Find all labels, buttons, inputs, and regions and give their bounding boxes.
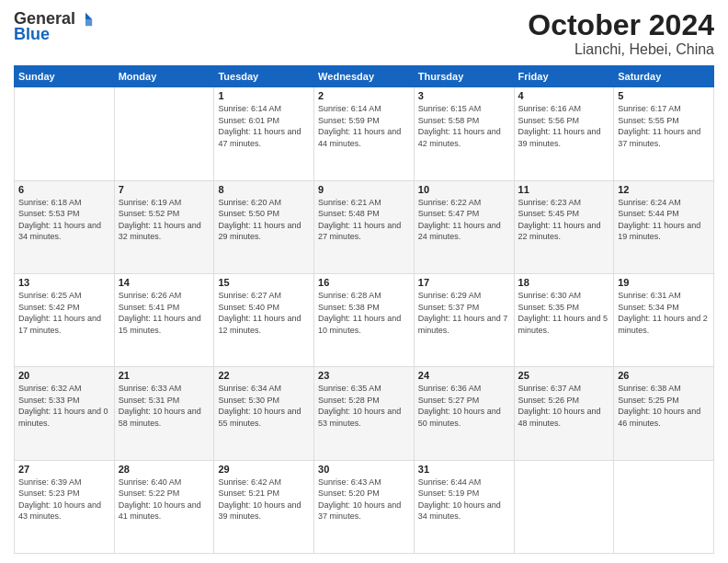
table-row: 14Sunrise: 6:26 AMSunset: 5:41 PMDayligh… [114,273,214,366]
day-number: 7 [119,184,210,195]
day-info: Sunrise: 6:33 AMSunset: 5:31 PMDaylight:… [119,383,210,429]
table-row: 26Sunrise: 6:38 AMSunset: 5:25 PMDayligh… [614,367,714,460]
day-info: Sunrise: 6:39 AMSunset: 5:23 PMDaylight:… [18,477,110,523]
day-info: Sunrise: 6:31 AMSunset: 5:34 PMDaylight:… [618,290,710,336]
day-info: Sunrise: 6:32 AMSunset: 5:33 PMDaylight:… [18,383,110,429]
day-info: Sunrise: 6:22 AMSunset: 5:47 PMDaylight:… [418,197,510,243]
day-number: 16 [318,277,410,288]
header-cell: Sunday [15,66,115,87]
day-info: Sunrise: 6:17 AMSunset: 5:55 PMDaylight:… [618,103,710,149]
calendar-week: 27Sunrise: 6:39 AMSunset: 5:23 PMDayligh… [15,460,714,553]
day-number: 23 [318,370,410,381]
table-row: 13Sunrise: 6:25 AMSunset: 5:42 PMDayligh… [15,273,115,366]
day-number: 3 [418,90,510,101]
calendar-week: 20Sunrise: 6:32 AMSunset: 5:33 PMDayligh… [15,367,714,460]
day-number: 27 [18,464,110,475]
table-row: 23Sunrise: 6:35 AMSunset: 5:28 PMDayligh… [314,367,415,460]
day-info: Sunrise: 6:30 AMSunset: 5:35 PMDaylight:… [518,290,610,336]
day-number: 30 [318,464,410,475]
day-number: 10 [418,184,510,195]
table-row: 12Sunrise: 6:24 AMSunset: 5:44 PMDayligh… [614,180,714,273]
day-info: Sunrise: 6:15 AMSunset: 5:58 PMDaylight:… [418,103,510,149]
header-cell: Wednesday [314,66,415,87]
day-number: 2 [318,90,410,101]
day-info: Sunrise: 6:29 AMSunset: 5:37 PMDaylight:… [418,290,510,336]
day-info: Sunrise: 6:40 AMSunset: 5:22 PMDaylight:… [119,477,210,523]
table-row: 5Sunrise: 6:17 AMSunset: 5:55 PMDaylight… [614,87,714,180]
day-number: 31 [418,464,510,475]
table-row: 1Sunrise: 6:14 AMSunset: 6:01 PMDaylight… [214,87,314,180]
table-row [614,460,714,553]
day-info: Sunrise: 6:18 AMSunset: 5:53 PMDaylight:… [18,197,110,243]
header-cell: Friday [514,66,614,87]
table-row: 9Sunrise: 6:21 AMSunset: 5:48 PMDaylight… [314,180,415,273]
table-row: 25Sunrise: 6:37 AMSunset: 5:26 PMDayligh… [514,367,614,460]
day-info: Sunrise: 6:27 AMSunset: 5:40 PMDaylight:… [218,290,310,336]
day-number: 5 [618,90,710,101]
day-info: Sunrise: 6:26 AMSunset: 5:41 PMDaylight:… [119,290,210,336]
day-number: 8 [218,184,310,195]
table-row: 20Sunrise: 6:32 AMSunset: 5:33 PMDayligh… [15,367,115,460]
day-number: 25 [518,370,610,381]
table-row [114,87,214,180]
day-info: Sunrise: 6:14 AMSunset: 5:59 PMDaylight:… [318,103,410,149]
table-row: 16Sunrise: 6:28 AMSunset: 5:38 PMDayligh… [314,273,415,366]
table-row: 31Sunrise: 6:44 AMSunset: 5:19 PMDayligh… [414,460,514,553]
logo-icon [77,11,94,28]
day-number: 9 [318,184,410,195]
page: General Blue October 2024 Lianchi, Hebei… [0,0,728,563]
day-number: 28 [119,464,210,475]
day-number: 26 [618,370,710,381]
day-info: Sunrise: 6:28 AMSunset: 5:38 PMDaylight:… [318,290,410,336]
table-row: 22Sunrise: 6:34 AMSunset: 5:30 PMDayligh… [214,367,314,460]
day-number: 22 [218,370,310,381]
day-number: 6 [18,184,110,195]
day-info: Sunrise: 6:16 AMSunset: 5:56 PMDaylight:… [518,103,610,149]
day-info: Sunrise: 6:44 AMSunset: 5:19 PMDaylight:… [418,477,510,523]
day-number: 21 [119,370,210,381]
day-number: 12 [618,184,710,195]
day-number: 29 [218,464,310,475]
day-number: 1 [218,90,310,101]
table-row: 18Sunrise: 6:30 AMSunset: 5:35 PMDayligh… [514,273,614,366]
table-row: 21Sunrise: 6:33 AMSunset: 5:31 PMDayligh… [114,367,214,460]
day-info: Sunrise: 6:37 AMSunset: 5:26 PMDaylight:… [518,383,610,429]
calendar-table: SundayMondayTuesdayWednesdayThursdayFrid… [14,65,714,554]
day-info: Sunrise: 6:43 AMSunset: 5:20 PMDaylight:… [318,477,410,523]
table-row: 6Sunrise: 6:18 AMSunset: 5:53 PMDaylight… [15,180,115,273]
day-info: Sunrise: 6:34 AMSunset: 5:30 PMDaylight:… [218,383,310,429]
day-info: Sunrise: 6:42 AMSunset: 5:21 PMDaylight:… [218,477,310,523]
day-number: 4 [518,90,610,101]
day-info: Sunrise: 6:19 AMSunset: 5:52 PMDaylight:… [119,197,210,243]
table-row: 19Sunrise: 6:31 AMSunset: 5:34 PMDayligh… [614,273,714,366]
day-info: Sunrise: 6:35 AMSunset: 5:28 PMDaylight:… [318,383,410,429]
day-number: 20 [18,370,110,381]
title-block: October 2024 Lianchi, Hebei, China [528,9,714,58]
table-row: 7Sunrise: 6:19 AMSunset: 5:52 PMDaylight… [114,180,214,273]
svg-marker-0 [85,12,92,18]
table-row: 29Sunrise: 6:42 AMSunset: 5:21 PMDayligh… [214,460,314,553]
calendar-body: 1Sunrise: 6:14 AMSunset: 6:01 PMDaylight… [15,87,714,554]
day-number: 17 [418,277,510,288]
day-number: 19 [618,277,710,288]
day-info: Sunrise: 6:21 AMSunset: 5:48 PMDaylight:… [318,197,410,243]
day-info: Sunrise: 6:23 AMSunset: 5:45 PMDaylight:… [518,197,610,243]
day-info: Sunrise: 6:38 AMSunset: 5:25 PMDaylight:… [618,383,710,429]
table-row: 2Sunrise: 6:14 AMSunset: 5:59 PMDaylight… [314,87,415,180]
table-row: 28Sunrise: 6:40 AMSunset: 5:22 PMDayligh… [114,460,214,553]
table-row: 15Sunrise: 6:27 AMSunset: 5:40 PMDayligh… [214,273,314,366]
svg-marker-1 [85,19,92,26]
day-info: Sunrise: 6:36 AMSunset: 5:27 PMDaylight:… [418,383,510,429]
table-row: 4Sunrise: 6:16 AMSunset: 5:56 PMDaylight… [514,87,614,180]
day-number: 24 [418,370,510,381]
table-row: 24Sunrise: 6:36 AMSunset: 5:27 PMDayligh… [414,367,514,460]
table-row: 11Sunrise: 6:23 AMSunset: 5:45 PMDayligh… [514,180,614,273]
page-subtitle: Lianchi, Hebei, China [528,41,714,58]
header: General Blue October 2024 Lianchi, Hebei… [14,9,714,58]
table-row: 3Sunrise: 6:15 AMSunset: 5:58 PMDaylight… [414,87,514,180]
header-cell: Tuesday [214,66,314,87]
table-row: 17Sunrise: 6:29 AMSunset: 5:37 PMDayligh… [414,273,514,366]
table-row: 8Sunrise: 6:20 AMSunset: 5:50 PMDaylight… [214,180,314,273]
logo-blue: Blue [14,25,50,44]
day-number: 18 [518,277,610,288]
